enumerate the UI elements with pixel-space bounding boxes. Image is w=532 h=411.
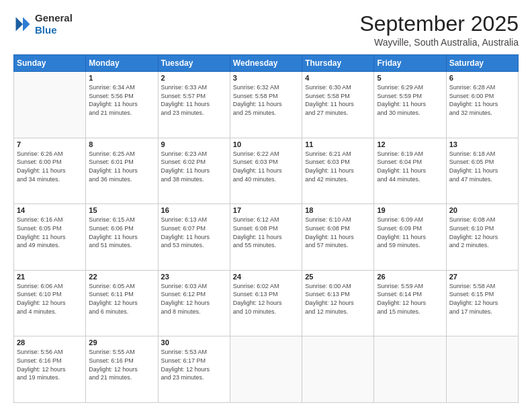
calendar-header-tuesday: Tuesday [158,55,230,72]
calendar-cell: 19Sunrise: 6:09 AM Sunset: 6:09 PM Dayli… [374,204,446,271]
day-info: Sunrise: 6:06 AM Sunset: 6:10 PM Dayligh… [17,282,83,316]
logo-blue: Blue [35,24,73,36]
calendar-cell: 25Sunrise: 6:00 AM Sunset: 6:13 PM Dayli… [302,270,374,336]
day-info: Sunrise: 6:21 AM Sunset: 6:03 PM Dayligh… [305,150,371,183]
logo-text: General Blue [35,12,73,36]
calendar-cell: 5Sunrise: 6:29 AM Sunset: 5:59 PM Daylig… [374,72,446,138]
title-block: September 2025 Wayville, South Australia… [359,12,519,48]
day-number: 30 [161,338,227,347]
day-number: 10 [233,140,299,148]
day-info: Sunrise: 6:15 AM Sunset: 6:06 PM Dayligh… [89,216,154,249]
day-info: Sunrise: 6:22 AM Sunset: 6:03 PM Dayligh… [233,150,299,183]
day-info: Sunrise: 5:56 AM Sunset: 6:16 PM Dayligh… [17,348,83,381]
calendar-cell: 21Sunrise: 6:06 AM Sunset: 6:10 PM Dayli… [14,270,86,336]
calendar-week-1: 1Sunrise: 6:34 AM Sunset: 5:56 PM Daylig… [14,72,519,138]
day-number: 16 [161,206,227,214]
day-info: Sunrise: 6:08 AM Sunset: 6:10 PM Dayligh… [449,216,515,249]
day-info: Sunrise: 6:34 AM Sunset: 5:56 PM Dayligh… [89,83,154,117]
calendar-cell: 9Sunrise: 6:23 AM Sunset: 6:02 PM Daylig… [158,138,230,204]
calendar-week-3: 14Sunrise: 6:16 AM Sunset: 6:05 PM Dayli… [14,204,519,271]
day-number: 17 [233,206,299,214]
calendar-table: SundayMondayTuesdayWednesdayThursdayFrid… [13,54,519,403]
calendar-cell: 27Sunrise: 5:58 AM Sunset: 6:15 PM Dayli… [446,270,518,336]
day-info: Sunrise: 6:28 AM Sunset: 6:00 PM Dayligh… [449,83,515,117]
logo: General Blue [13,12,73,36]
day-info: Sunrise: 5:59 AM Sunset: 6:14 PM Dayligh… [377,282,443,316]
day-number: 26 [377,273,443,281]
day-info: Sunrise: 6:13 AM Sunset: 6:07 PM Dayligh… [161,216,227,249]
day-number: 1 [89,74,154,82]
month-title: September 2025 [359,12,519,36]
calendar-cell [230,336,302,403]
day-info: Sunrise: 6:29 AM Sunset: 5:59 PM Dayligh… [377,83,443,117]
day-number: 15 [89,206,154,214]
day-info: Sunrise: 6:02 AM Sunset: 6:13 PM Dayligh… [233,282,299,316]
calendar-cell [374,336,446,403]
calendar-cell: 3Sunrise: 6:32 AM Sunset: 5:58 PM Daylig… [230,72,302,138]
calendar-header-sunday: Sunday [14,55,86,72]
day-info: Sunrise: 6:03 AM Sunset: 6:12 PM Dayligh… [161,282,227,316]
calendar-cell [446,336,518,403]
calendar-cell: 18Sunrise: 6:10 AM Sunset: 6:08 PM Dayli… [302,204,374,271]
calendar-cell: 2Sunrise: 6:33 AM Sunset: 5:57 PM Daylig… [158,72,230,138]
day-info: Sunrise: 6:05 AM Sunset: 6:11 PM Dayligh… [89,282,154,316]
day-info: Sunrise: 5:55 AM Sunset: 6:16 PM Dayligh… [89,348,154,381]
day-number: 2 [161,74,227,82]
day-number: 8 [89,140,154,148]
day-number: 6 [449,74,515,82]
calendar-week-2: 7Sunrise: 6:26 AM Sunset: 6:00 PM Daylig… [14,138,519,204]
day-info: Sunrise: 6:12 AM Sunset: 6:08 PM Dayligh… [233,216,299,249]
day-info: Sunrise: 6:00 AM Sunset: 6:13 PM Dayligh… [305,282,371,316]
day-number: 18 [305,206,371,214]
calendar-cell: 20Sunrise: 6:08 AM Sunset: 6:10 PM Dayli… [446,204,518,271]
day-number: 22 [89,273,154,281]
day-number: 21 [17,273,83,281]
calendar-cell: 30Sunrise: 5:53 AM Sunset: 6:17 PM Dayli… [158,336,230,403]
day-number: 23 [161,273,227,281]
calendar-cell [14,72,86,138]
day-info: Sunrise: 6:33 AM Sunset: 5:57 PM Dayligh… [161,83,227,117]
day-info: Sunrise: 6:19 AM Sunset: 6:04 PM Dayligh… [377,150,443,183]
logo-icon [13,15,32,34]
calendar-cell: 24Sunrise: 6:02 AM Sunset: 6:13 PM Dayli… [230,270,302,336]
calendar-cell: 13Sunrise: 6:18 AM Sunset: 6:05 PM Dayli… [446,138,518,204]
day-info: Sunrise: 5:53 AM Sunset: 6:17 PM Dayligh… [161,348,227,381]
calendar-cell: 26Sunrise: 5:59 AM Sunset: 6:14 PM Dayli… [374,270,446,336]
day-info: Sunrise: 6:32 AM Sunset: 5:58 PM Dayligh… [233,83,299,117]
day-number: 20 [449,206,515,214]
calendar-cell: 10Sunrise: 6:22 AM Sunset: 6:03 PM Dayli… [230,138,302,204]
day-number: 28 [17,338,83,347]
calendar-cell [302,336,374,403]
day-number: 7 [17,140,83,148]
calendar-header-saturday: Saturday [446,55,518,72]
day-number: 19 [377,206,443,214]
svg-marker-1 [16,17,24,32]
calendar-cell: 1Sunrise: 6:34 AM Sunset: 5:56 PM Daylig… [86,72,158,138]
day-number: 27 [449,273,515,281]
calendar-cell: 8Sunrise: 6:25 AM Sunset: 6:01 PM Daylig… [86,138,158,204]
location: Wayville, South Australia, Australia [359,37,519,48]
logo-general: General [35,12,73,24]
calendar-cell: 11Sunrise: 6:21 AM Sunset: 6:03 PM Dayli… [302,138,374,204]
calendar-header-wednesday: Wednesday [230,55,302,72]
day-number: 13 [449,140,515,148]
svg-marker-0 [23,17,30,32]
day-info: Sunrise: 6:23 AM Sunset: 6:02 PM Dayligh… [161,150,227,183]
day-info: Sunrise: 6:18 AM Sunset: 6:05 PM Dayligh… [449,150,515,183]
day-number: 4 [305,74,371,82]
calendar-cell: 7Sunrise: 6:26 AM Sunset: 6:00 PM Daylig… [14,138,86,204]
page: General Blue September 2025 Wayville, So… [0,0,532,411]
day-number: 5 [377,74,443,82]
calendar-cell: 23Sunrise: 6:03 AM Sunset: 6:12 PM Dayli… [158,270,230,336]
header: General Blue September 2025 Wayville, So… [13,12,519,48]
calendar-cell: 4Sunrise: 6:30 AM Sunset: 5:58 PM Daylig… [302,72,374,138]
calendar-header-friday: Friday [374,55,446,72]
day-info: Sunrise: 6:09 AM Sunset: 6:09 PM Dayligh… [377,216,443,249]
day-number: 9 [161,140,227,148]
day-info: Sunrise: 5:58 AM Sunset: 6:15 PM Dayligh… [449,282,515,316]
calendar-header-row: SundayMondayTuesdayWednesdayThursdayFrid… [14,55,519,72]
day-number: 3 [233,74,299,82]
calendar-week-4: 21Sunrise: 6:06 AM Sunset: 6:10 PM Dayli… [14,270,519,336]
day-info: Sunrise: 6:10 AM Sunset: 6:08 PM Dayligh… [305,216,371,249]
day-number: 11 [305,140,371,148]
